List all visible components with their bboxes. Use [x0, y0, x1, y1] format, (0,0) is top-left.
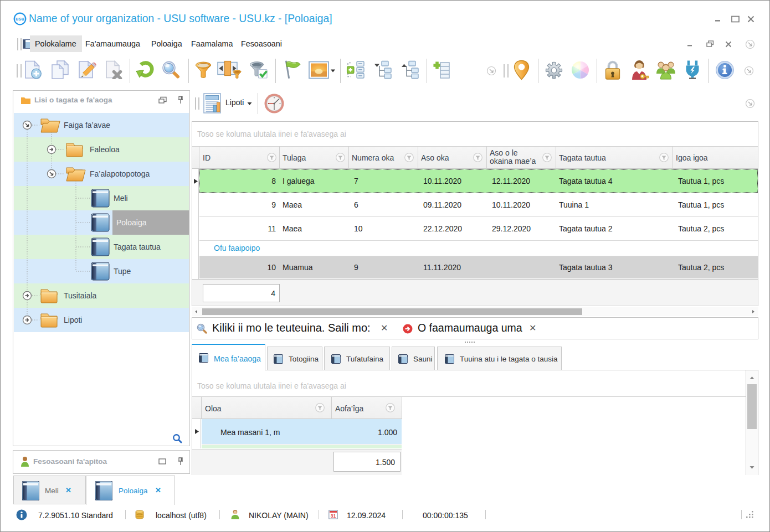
svg-text:Fa’alapotopotoga: Fa’alapotopotoga	[90, 169, 150, 178]
svg-text:Lipoti: Lipoti	[64, 316, 82, 324]
svg-text:Tagata tautua: Tagata tautua	[114, 242, 161, 251]
svg-text:usu: usu	[16, 16, 24, 22]
svg-text:Faleoloa: Faleoloa	[90, 145, 120, 154]
svg-text:Tupe: Tupe	[114, 267, 131, 276]
svg-text:Faiga fa’avae: Faiga fa’avae	[64, 121, 110, 130]
svg-text:Poloaiga: Poloaiga	[116, 218, 147, 227]
svg-text:Meli: Meli	[114, 194, 128, 203]
svg-text:31: 31	[331, 513, 336, 519]
svg-text:Tusitaiala: Tusitaiala	[64, 291, 97, 300]
